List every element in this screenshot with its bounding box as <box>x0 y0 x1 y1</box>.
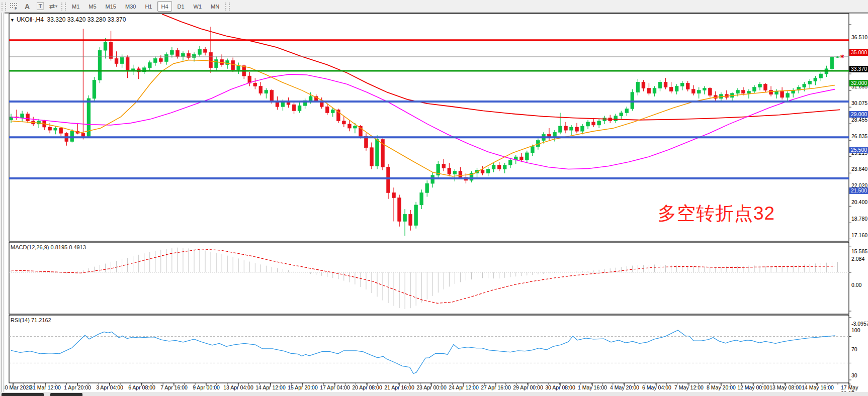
dotted-t-icon: T <box>37 3 44 10</box>
price-tick-label: 30.075 <box>851 100 867 106</box>
time-label: 14 May 16:00 <box>802 384 834 390</box>
macd-tick-label: 0.00 <box>851 282 861 288</box>
cycle-arrows-icon[interactable]: ⇄ ▾ <box>47 1 59 12</box>
price-tick-label: 28.455 <box>851 117 867 123</box>
toolbar: F A T ⇄ ▾ M1 M5 M15 M30 H1 H4 D1 W1 MN <box>0 0 868 13</box>
price-badge-35.000: 35.000 <box>849 49 868 56</box>
price-tick-label: 15.585 <box>851 248 867 254</box>
price-tick-label: 23.640 <box>851 166 867 172</box>
arrows-glyph: ⇄ <box>49 3 55 10</box>
main-pane[interactable] <box>9 14 849 241</box>
time-label: 3 Apr 04:00 <box>96 384 123 390</box>
rsi-tick-label: 100 <box>851 327 860 333</box>
time-label: 12 May 00:00 <box>737 384 769 390</box>
time-label: 13 May 08:00 <box>769 384 802 390</box>
time-label: 13 Apr 04:00 <box>223 384 253 390</box>
toolbar-grip-2[interactable] <box>61 3 66 11</box>
tf-button-h1[interactable]: H1 <box>141 1 155 12</box>
taskbar-segment[interactable] <box>2 393 44 396</box>
time-label: 21 Apr 16:00 <box>384 384 414 390</box>
dropdown-caret-icon: ▾ <box>55 4 57 9</box>
tf-button-m5[interactable]: M5 <box>85 1 100 12</box>
price-tick-label: 18.780 <box>851 216 867 222</box>
time-label: 20 Apr 08:00 <box>352 384 382 390</box>
price-tick-label: 20.400 <box>851 199 867 205</box>
toolbar-grip[interactable] <box>2 3 6 11</box>
price-tick-label: 17.160 <box>851 232 867 238</box>
time-label: 6 Apr 08:00 <box>128 384 155 390</box>
time-label: 29 Apr 00:00 <box>513 384 543 390</box>
time-label: 30 Mar 2020 <box>2 384 32 390</box>
time-label: 27 Apr 16:00 <box>481 384 511 390</box>
rsi-tick-label: 30 <box>851 372 857 378</box>
macd-tick-label: -3.0957 <box>851 321 868 327</box>
time-label: 24 Apr 12:00 <box>449 384 479 390</box>
dot-grid-icon: F <box>10 3 19 10</box>
toolbar-grip-3[interactable] <box>225 3 230 11</box>
tf-button-m1[interactable]: M1 <box>68 1 83 12</box>
indicators-grid-f-icon[interactable]: F <box>8 1 20 12</box>
time-label: 7 Apr 16:00 <box>160 384 188 390</box>
time-label: 1 May 16:00 <box>578 384 607 390</box>
rsi-tick-label: 70 <box>851 346 857 352</box>
price-badge-25.500: 25.500 <box>849 147 868 153</box>
tf-button-m15[interactable]: M15 <box>102 1 120 12</box>
window-left-edge <box>0 13 5 396</box>
font-a-icon[interactable]: A <box>21 1 33 12</box>
rsi-pane[interactable] <box>9 315 849 383</box>
time-label: 9 Apr 00:00 <box>193 384 220 390</box>
tf-button-mn[interactable]: MN <box>207 1 223 12</box>
price-badge-21.500: 21.500 <box>849 187 868 194</box>
price-tick-label: 26.835 <box>851 133 867 139</box>
taskbar-segment[interactable] <box>50 393 82 396</box>
tf-button-m30[interactable]: M30 <box>122 1 139 12</box>
tf-button-d1[interactable]: D1 <box>174 1 188 12</box>
time-label: 31 Mar 12:00 <box>30 384 61 390</box>
price-badge-29.000: 29.000 <box>849 111 868 118</box>
chart-canvas[interactable]: ✱ <box>0 13 868 396</box>
time-label: 6 May 04:00 <box>642 384 671 390</box>
time-label: 7 May 12:00 <box>674 384 704 390</box>
chart-window: ✱ ▼UKOil-,H4 33.320 33.420 33.280 33.370… <box>0 13 868 396</box>
time-label: 23 Apr 00:00 <box>416 384 447 390</box>
macd-pane[interactable] <box>9 242 849 314</box>
time-label: 8 May 20:00 <box>707 384 736 390</box>
tf-button-w1[interactable]: W1 <box>190 1 206 12</box>
bottom-strip <box>0 392 868 396</box>
time-label: 17 Apr 04:00 <box>320 384 350 390</box>
macd-tick-label: 2.084 <box>851 256 864 262</box>
time-label: 30 Apr 08:00 <box>545 384 575 390</box>
time-label: 15 Apr 20:00 <box>288 384 318 390</box>
time-label: 4 May 20:00 <box>610 384 639 390</box>
price-tick-label: 36.510 <box>851 34 867 40</box>
price-badge-32.000: 32.000 <box>849 80 868 86</box>
mt4-terminal: F A T ⇄ ▾ M1 M5 M15 M30 H1 H4 D1 W1 MN ✱… <box>0 0 868 396</box>
price-badge-33.370: 33.370 <box>849 66 868 72</box>
last-price-marker-icon: ✱ <box>840 54 844 59</box>
text-label-icon[interactable]: T <box>34 1 46 12</box>
time-label: 14 Apr 12:00 <box>255 384 286 390</box>
tf-button-h4[interactable]: H4 <box>157 1 171 12</box>
svg-text:F: F <box>15 6 17 10</box>
time-label: 1 Apr 20:00 <box>64 384 91 390</box>
